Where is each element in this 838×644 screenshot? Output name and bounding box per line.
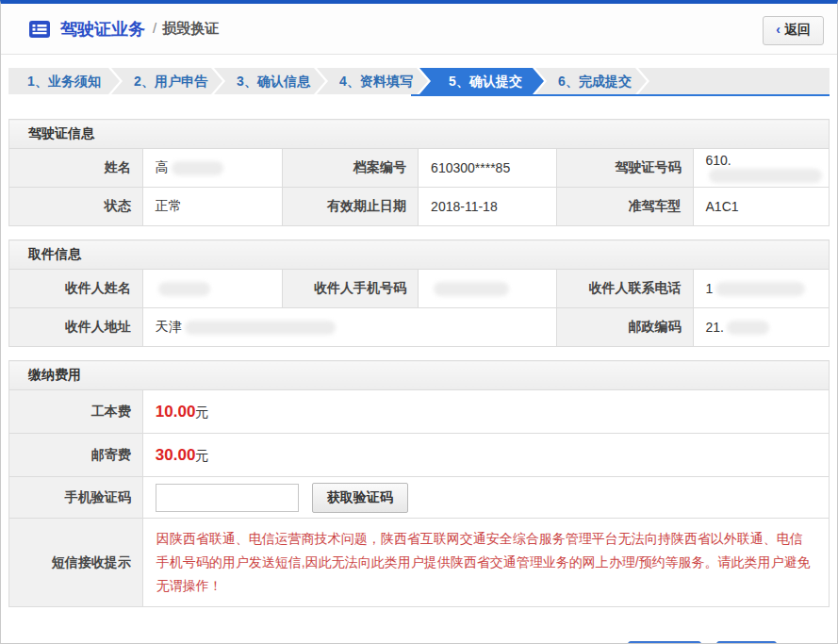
redaction-smudge [185, 321, 336, 335]
breadcrumb-divider: / [153, 20, 156, 36]
recipient-name-value [142, 270, 282, 308]
license-card-icon [29, 21, 50, 38]
recipient-address-label: 收件人地址 [9, 308, 143, 347]
redaction-smudge [434, 282, 509, 296]
table-row: 邮寄费 30.00元 [9, 434, 830, 477]
status-value: 正常 [142, 188, 282, 226]
table-row: 收件人姓名 收件人手机号码 收件人联系电话 1 [9, 270, 830, 308]
header: 驾驶证业务 /损毁换证 ‹返回 [1, 4, 837, 55]
fee-unit: 元 [195, 448, 208, 463]
postcode-value: 21. [693, 308, 829, 347]
postage-fee-amount: 30.00 [156, 446, 196, 464]
redaction-smudge [715, 282, 805, 296]
redaction-smudge [172, 161, 223, 175]
recipient-name-label: 收件人姓名 [9, 270, 143, 308]
recipient-mobile-value [419, 270, 557, 308]
recipient-mobile-label: 收件人手机号码 [282, 270, 418, 308]
table-row: 收件人地址 天津 邮政编码 21. [9, 308, 830, 347]
production-fee-amount: 10.00 [156, 403, 196, 421]
page-title: 驾驶证业务 [60, 18, 145, 41]
step-5-confirm-submit[interactable]: 5、确认提交 [419, 68, 544, 94]
license-number-label: 驾驶证号码 [557, 149, 693, 188]
file-number-label: 档案编号 [282, 149, 418, 188]
step-1-business-notice[interactable]: 1、业务须知 [8, 68, 120, 94]
back-button[interactable]: ‹返回 [763, 16, 824, 45]
table-row: 工本费 10.00元 [9, 390, 830, 434]
sms-code-label: 手机验证码 [9, 477, 143, 519]
fees-section-title: 缴纳费用 [9, 361, 830, 390]
step-4-fill-data[interactable]: 4、资料填写 [317, 68, 428, 94]
back-button-label: 返回 [784, 22, 811, 37]
step-progress-bar: 1、业务须知 2、用户申告 3、确认信息 4、资料填写 5、确认提交 6、完成提… [8, 68, 830, 94]
step-2-user-declaration[interactable]: 2、用户申告 [111, 68, 222, 94]
pickup-section-title: 取件信息 [9, 240, 830, 270]
license-info-table: 驾驶证信息 姓名 高 档案编号 610300****85 驾驶证号码 610. … [8, 119, 830, 226]
table-row: 手机验证码 获取验证码 [9, 477, 830, 519]
breadcrumb: /损毁换证 [153, 20, 219, 38]
license-info-section: 驾驶证信息 姓名 高 档案编号 610300****85 驾驶证号码 610. … [8, 119, 830, 226]
back-chevron-icon: ‹ [776, 22, 780, 37]
pickup-info-section: 取件信息 收件人姓名 收件人手机号码 收件人联系电话 1 收件人地址 天津 邮政… [8, 239, 830, 347]
expiry-date-label: 有效期止日期 [282, 188, 418, 226]
table-row: 姓名 高 档案编号 610300****85 驾驶证号码 610. [9, 149, 830, 188]
step-3-confirm-info[interactable]: 3、确认信息 [214, 68, 325, 94]
breadcrumb-current: 损毁换证 [162, 20, 219, 36]
license-number-value: 610. [693, 149, 829, 188]
fee-unit: 元 [195, 405, 208, 420]
redaction-smudge [709, 169, 822, 183]
expiry-date-value: 2018-11-18 [419, 188, 557, 226]
production-fee-label: 工本费 [9, 390, 143, 434]
fees-section: 缴纳费用 工本费 10.00元 邮寄费 30.00元 手机验证码 获取验证码 短… [8, 360, 830, 607]
license-section-title: 驾驶证信息 [9, 120, 830, 149]
postcode-label: 邮政编码 [557, 308, 693, 347]
page: 驾驶证业务 /损毁换证 ‹返回 1、业务须知 2、用户申告 3、确认信息 4、资… [0, 0, 838, 644]
production-fee-value: 10.00元 [142, 390, 829, 434]
status-label: 状态 [9, 188, 143, 226]
recipient-phone-label: 收件人联系电话 [557, 270, 693, 308]
recipient-phone-value: 1 [693, 270, 829, 308]
pickup-info-table: 取件信息 收件人姓名 收件人手机号码 收件人联系电话 1 收件人地址 天津 邮政… [8, 239, 830, 347]
sms-code-cell: 获取验证码 [142, 477, 829, 519]
sms-code-input[interactable] [156, 484, 299, 512]
vehicle-class-label: 准驾车型 [557, 188, 693, 226]
name-label: 姓名 [9, 149, 143, 188]
file-number-value: 610300****85 [419, 149, 557, 188]
sms-notice-text: 因陕西省联通、电信运营商技术问题，陕西省互联网交通安全综合服务管理平台无法向持陕… [142, 519, 829, 607]
get-sms-code-button[interactable]: 获取验证码 [312, 483, 408, 513]
step-bar-filler [638, 68, 830, 94]
name-value: 高 [142, 149, 282, 188]
step-6-complete-submit[interactable]: 6、完成提交 [535, 68, 647, 94]
table-row: 状态 正常 有效期止日期 2018-11-18 准驾车型 A1C1 [9, 188, 830, 226]
sms-notice-label: 短信接收提示 [9, 519, 143, 607]
recipient-address-value: 天津 [142, 308, 556, 347]
redaction-smudge [158, 282, 210, 296]
vehicle-class-value: A1C1 [693, 188, 829, 226]
postage-fee-value: 30.00元 [142, 434, 829, 477]
fees-table: 缴纳费用 工本费 10.00元 邮寄费 30.00元 手机验证码 获取验证码 短… [8, 360, 830, 607]
postage-fee-label: 邮寄费 [9, 434, 143, 477]
table-row: 短信接收提示 因陕西省联通、电信运营商技术问题，陕西省互联网交通安全综合服务管理… [9, 519, 830, 607]
redaction-smudge [727, 321, 769, 335]
